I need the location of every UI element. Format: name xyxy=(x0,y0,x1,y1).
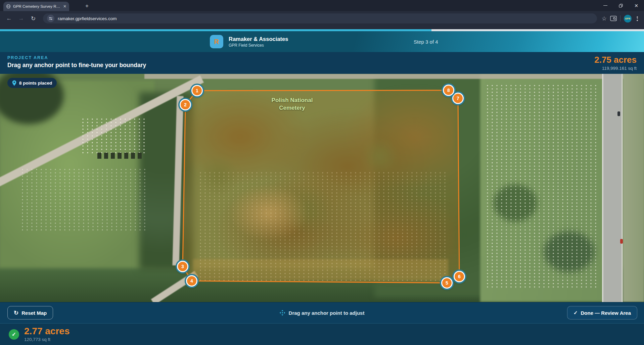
anchor-point-5[interactable]: 5 xyxy=(441,277,453,289)
app-header: R Ramaker & Associates GPR Field Service… xyxy=(0,31,644,52)
move-icon xyxy=(280,310,285,316)
reset-icon: ↻ xyxy=(14,309,18,316)
restore-icon xyxy=(619,4,623,8)
boundary-polygon[interactable] xyxy=(183,90,459,283)
globe-favicon-icon xyxy=(6,4,11,9)
tab-close-icon[interactable]: ✕ xyxy=(63,4,66,8)
browser-tab[interactable]: GPR Cemetery Survey Request - ✕ xyxy=(3,2,69,11)
points-placed-badge: 8 points placed xyxy=(7,78,57,88)
bookmark-star-icon[interactable]: ☆ xyxy=(602,15,607,22)
check-icon: ✓ xyxy=(573,310,578,316)
area-sqft-value: 119,999.161 sq ft xyxy=(594,66,637,71)
project-area-eyebrow: PROJECT AREA xyxy=(7,55,146,60)
done-review-button[interactable]: ✓ Done — Review Area xyxy=(567,306,637,319)
anchor-point-7[interactable]: 7 xyxy=(452,93,464,104)
drag-hint-label: Drag any anchor point to adjust xyxy=(289,310,365,316)
url-bar[interactable]: ramaker.gprfieldservices.com xyxy=(43,13,597,23)
done-review-label: Done — Review Area xyxy=(581,310,631,316)
drag-hint: Drag any anchor point to adjust xyxy=(280,310,365,316)
window-minimize-button[interactable] xyxy=(598,0,613,11)
toolbar-separator xyxy=(620,15,620,21)
new-tab-button[interactable]: + xyxy=(83,3,91,10)
company-name: Ramaker & Associates xyxy=(229,36,288,42)
forward-button[interactable]: → xyxy=(16,13,26,23)
summary-acres-value: 2.77 acres xyxy=(24,327,70,336)
anchor-point-1[interactable]: 1 xyxy=(191,85,203,96)
back-button[interactable]: ← xyxy=(4,13,14,23)
company-logo: R xyxy=(210,35,223,48)
tab-title: GPR Cemetery Survey Request - xyxy=(13,4,61,8)
success-check-icon: ✓ xyxy=(9,329,19,340)
url-text: ramaker.gprfieldservices.com xyxy=(58,16,117,21)
window-close-button[interactable]: ✕ xyxy=(629,0,644,11)
site-settings-icon[interactable] xyxy=(47,15,54,22)
points-placed-label: 8 points placed xyxy=(19,81,52,86)
browser-toolbar: ← → ↻ ramaker.gprfieldservices.com ☆ GPR… xyxy=(0,11,644,29)
satellite-map[interactable]: 12345678 Polish National Cemetery 8 poin… xyxy=(0,74,644,302)
reset-map-button[interactable]: ↻ Reset Map xyxy=(7,306,53,319)
map-action-bar: ↻ Reset Map Drag any anchor point to adj… xyxy=(0,302,644,323)
reset-map-label: Reset Map xyxy=(21,310,47,316)
project-area-title: Drag any anchor point to fine-tune your … xyxy=(7,62,146,69)
anchor-point-2[interactable]: 2 xyxy=(180,99,191,110)
map-place-label: Polish National Cemetery xyxy=(260,97,324,112)
anchor-point-4[interactable]: 4 xyxy=(186,275,197,287)
summary-sqft-value: 120,773 sq ft xyxy=(24,337,70,342)
minimize-icon xyxy=(603,5,607,6)
map-pin-icon xyxy=(12,80,16,86)
anchor-point-3[interactable]: 3 xyxy=(177,261,188,272)
browser-tab-strip: GPR Cemetery Survey Request - ✕ + ✕ xyxy=(0,0,644,11)
browser-menu-icon[interactable]: ⋮ xyxy=(635,15,640,21)
project-area-bar: PROJECT AREA Drag any anchor point to fi… xyxy=(0,52,644,74)
area-summary-panel: ✓ 2.77 acres 120,773 sq ft xyxy=(0,323,644,345)
company-tagline: GPR Field Services xyxy=(229,43,288,48)
anchor-point-8[interactable]: 8 xyxy=(443,85,454,96)
profile-avatar[interactable]: GPR xyxy=(624,15,632,22)
step-indicator: Step 3 of 4 xyxy=(414,39,438,45)
side-panel-search-icon[interactable] xyxy=(610,15,617,21)
anchor-point-6[interactable]: 6 xyxy=(454,271,465,282)
reload-button[interactable]: ↻ xyxy=(28,13,38,23)
window-restore-button[interactable] xyxy=(613,0,629,11)
area-acres-value: 2.75 acres xyxy=(594,55,637,65)
